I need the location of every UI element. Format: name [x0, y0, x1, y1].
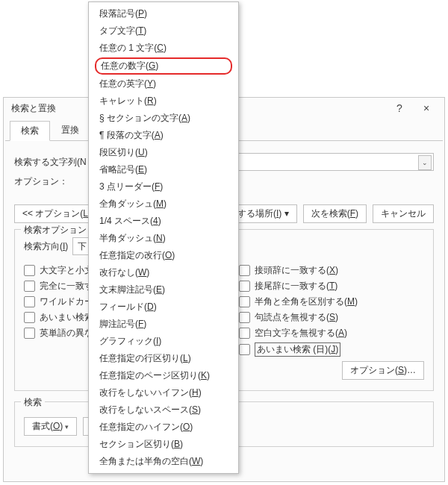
mi-nonbreak-space[interactable]: 改行をしないスペース(S)	[89, 401, 238, 419]
mi-endnote-mark[interactable]: 文末脚注記号(E)	[89, 281, 238, 298]
mi-graphic[interactable]: グラフィック(I)	[89, 333, 238, 350]
mi-paragraph-mark[interactable]: 段落記号(P)	[89, 5, 238, 22]
fuzzy-options-button[interactable]: オプション(S)…	[342, 361, 424, 380]
mi-optional-break[interactable]: 任意指定の改行(O)	[89, 247, 238, 264]
right-check-col: 接頭辞に一致する(X) 接尾辞に一致する(T) 半角と全角を区別する(M) 句読…	[239, 261, 424, 380]
mi-three-dot-leader[interactable]: 3 点リーダー(F)	[89, 178, 238, 195]
mi-any-digit[interactable]: 任意の数字(G)	[95, 57, 232, 75]
mi-field[interactable]: フィールド(D)	[89, 298, 238, 316]
options-label: オプション：	[14, 175, 68, 188]
cancel-button[interactable]: キャンセル	[373, 204, 434, 223]
search-options-title: 検索オプション	[21, 224, 90, 237]
tab-replace[interactable]: 置換	[50, 120, 90, 140]
direction-label: 検索方向(I)	[24, 240, 68, 253]
mi-caret[interactable]: キャレット(R)	[89, 93, 238, 110]
search-string-label: 検索する文字列(N	[14, 156, 87, 169]
mi-ellipsis[interactable]: 省略記号(E)	[89, 161, 238, 178]
special-char-menu: 段落記号(P) タブ文字(T) 任意の 1 文字(C) 任意の数字(G) 任意の…	[88, 1, 239, 474]
mi-section-char[interactable]: § セクションの文字(A)	[89, 110, 238, 127]
mi-optional-hyphen[interactable]: 任意指定のハイフン(O)	[89, 419, 238, 436]
mi-paragraph-char[interactable]: ¶ 段落の文字(A)	[89, 127, 238, 144]
tab-search-label: 検索	[21, 125, 39, 136]
chk-fuzzy-jp[interactable]: あいまい検索 (日)(J)	[239, 342, 424, 357]
tab-replace-label: 置換	[61, 125, 79, 135]
format-button[interactable]: 書式(O)	[24, 417, 77, 436]
mi-tab-char[interactable]: タブ文字(T)	[89, 22, 238, 40]
close-button[interactable]: ×	[413, 99, 440, 117]
tab-search[interactable]: 検索	[10, 121, 50, 141]
mi-manual-line-break[interactable]: 任意指定の行区切り(L)	[89, 350, 238, 367]
mi-no-break[interactable]: 改行なし(W)	[89, 264, 238, 281]
chk-width[interactable]: 半角と全角を区別する(M)	[239, 295, 424, 308]
dialog-title: 検索と置換	[11, 102, 56, 115]
mi-en-dash[interactable]: 半角ダッシュ(N)	[89, 230, 238, 247]
chk-prefix[interactable]: 接頭辞に一致する(X)	[239, 264, 424, 277]
mi-column-break[interactable]: 段区切り(U)	[89, 144, 238, 161]
less-options-button[interactable]: << オプション(L)	[14, 204, 99, 223]
chk-space[interactable]: 空白文字を無視する(A)	[239, 327, 424, 340]
mi-nonbreak-hyphen[interactable]: 改行をしないハイフン(H)	[89, 384, 238, 401]
search-bottom-title: 検索	[21, 396, 45, 409]
direction-value: 下	[78, 241, 87, 251]
search-string-dropdown-icon[interactable]: ⌄	[418, 155, 432, 170]
mi-footnote-mark[interactable]: 脚注記号(F)	[89, 316, 238, 333]
help-button[interactable]: ?	[386, 99, 413, 117]
chk-punct[interactable]: 句読点を無視する(S)	[239, 311, 424, 324]
mi-any-letter[interactable]: 任意の英字(Y)	[89, 75, 238, 93]
mi-white-space[interactable]: 全角または半角の空白(W)	[89, 453, 238, 470]
chk-suffix[interactable]: 接尾辞に一致する(T)	[239, 280, 424, 292]
mi-em-dash[interactable]: 全角ダッシュ(M)	[89, 195, 238, 213]
mi-quarter-space[interactable]: 1/4 スペース(4)	[89, 213, 238, 230]
mi-section-break[interactable]: セクション区切り(B)	[89, 436, 238, 453]
mi-manual-page-break[interactable]: 任意指定のページ区切り(K)	[89, 367, 238, 384]
mi-any-char[interactable]: 任意の 1 文字(C)	[89, 40, 238, 57]
find-next-button[interactable]: 次を検索(F)	[303, 204, 367, 223]
